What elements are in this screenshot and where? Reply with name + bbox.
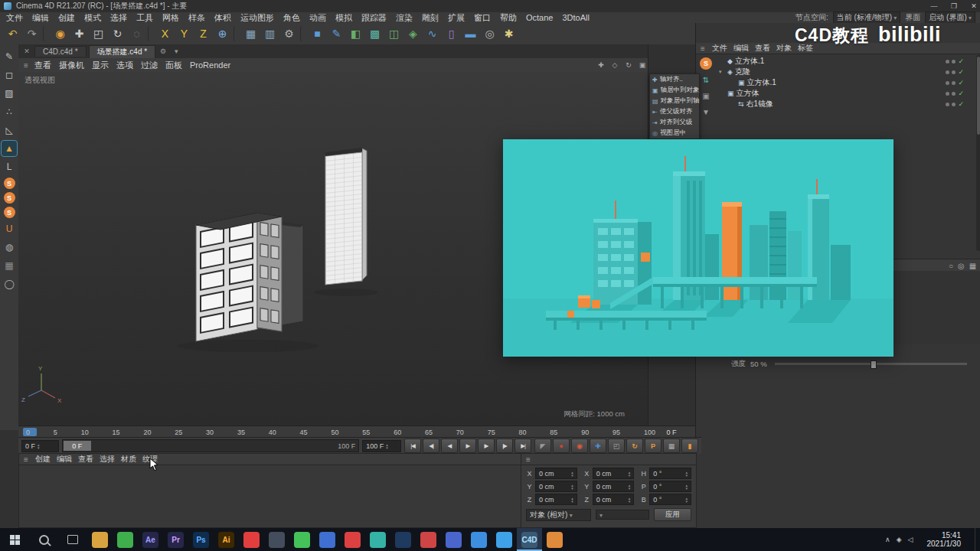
app-indigo[interactable] <box>441 528 466 551</box>
floor-icon[interactable]: ▬ <box>461 24 480 44</box>
menu-item[interactable]: 窗口 <box>469 12 495 24</box>
premiere[interactable]: Pr <box>163 528 188 551</box>
light-icon[interactable]: ✱ <box>499 24 518 44</box>
volume-icon[interactable]: ◁ <box>908 536 913 543</box>
viewport-menu-item[interactable]: 选项 <box>113 60 137 71</box>
viewport-menu-item[interactable]: 查看 <box>31 60 55 71</box>
s-badge-icon[interactable]: S <box>700 57 712 70</box>
render-dot-icon[interactable] <box>952 92 956 96</box>
network-icon[interactable]: ◈ <box>897 536 902 543</box>
menu-item[interactable]: 创建 <box>54 12 80 24</box>
down-arrow-icon[interactable]: ▼ <box>700 106 712 118</box>
viewport-menu-item[interactable]: 显示 <box>88 60 113 71</box>
simulate-icon[interactable]: ◫ <box>384 24 403 44</box>
app-blue[interactable] <box>315 528 340 551</box>
object-row-cloner[interactable]: ▾ ◈ 克隆 ✓ <box>716 67 975 77</box>
visibility-dot-icon[interactable] <box>946 70 949 74</box>
keyframe-selection-button[interactable]: ▮ <box>681 439 698 453</box>
maximize-button[interactable]: ❐ <box>944 2 964 10</box>
close-tab-icon[interactable]: ✕ <box>21 47 32 55</box>
menu-item[interactable]: 文件 <box>2 12 28 24</box>
spinner-icon[interactable] <box>629 484 631 490</box>
object-row-toggles[interactable]: ✓ <box>946 68 975 76</box>
spline-pen-icon[interactable]: ✎ <box>327 24 346 44</box>
tab-menu-icon[interactable]: ▾ <box>171 47 181 55</box>
enabled-check-icon[interactable]: ✓ <box>958 100 964 108</box>
spinner-icon[interactable] <box>571 497 573 503</box>
object-row-toggles[interactable]: ✓ <box>946 90 975 97</box>
rotation-h-field[interactable]: 0 ° <box>649 468 691 479</box>
play-button[interactable]: ▶ <box>459 439 476 453</box>
power-slider-handle[interactable]: 0 F <box>64 441 91 451</box>
menu-item[interactable]: 动画 <box>305 12 331 24</box>
coordinate-system-icon[interactable]: ⊕ <box>213 24 232 44</box>
menu-item[interactable]: 体积 <box>210 12 236 24</box>
material-menu-item[interactable]: 编辑 <box>54 454 75 465</box>
toggle-view-icon[interactable]: ▣ <box>637 60 648 70</box>
object-row-toggles[interactable]: ✓ <box>946 100 975 108</box>
polygon-mode-icon[interactable]: ▲ <box>2 141 17 156</box>
render-dot-icon[interactable] <box>952 70 956 74</box>
panel-hamburger-icon[interactable]: ≡ <box>21 455 31 464</box>
folder-orange[interactable] <box>542 528 567 551</box>
tab-settings-icon[interactable]: ⚙ <box>158 47 168 55</box>
separator[interactable] <box>43 26 49 41</box>
object-manager-menu-item[interactable]: 文件 <box>709 43 730 54</box>
wechat[interactable] <box>289 528 315 551</box>
file-explorer[interactable] <box>87 528 113 551</box>
separator[interactable] <box>300 26 306 41</box>
edge-mode-icon[interactable]: ◺ <box>2 122 17 138</box>
undo-icon[interactable]: ↶ <box>3 24 22 44</box>
enabled-check-icon[interactable]: ✓ <box>958 57 964 65</box>
viewport-menu-item[interactable]: 摄像机 <box>55 60 88 71</box>
menu-item[interactable]: 工具 <box>132 12 158 24</box>
position-z-field[interactable]: 0 cm <box>535 494 577 505</box>
steam[interactable] <box>390 528 416 551</box>
viewport-menu-item[interactable]: ProRender <box>186 60 234 70</box>
qq[interactable] <box>239 528 264 551</box>
rotate-tool-icon[interactable]: ↻ <box>108 24 127 44</box>
next-key-button[interactable]: |▶ <box>496 439 513 453</box>
goto-end-button[interactable]: ▶| <box>514 439 531 453</box>
redo-icon[interactable]: ↷ <box>22 24 41 44</box>
object-manager-scrollbar[interactable] <box>976 55 980 251</box>
edge-browser[interactable] <box>492 528 517 551</box>
render-dot-icon[interactable] <box>952 103 956 106</box>
primitive-cube-icon[interactable]: ■ <box>308 24 327 44</box>
spinner-icon[interactable] <box>629 471 631 477</box>
grid-icon[interactable]: ▦ <box>969 262 976 270</box>
panel-hamburger-icon[interactable]: ≡ <box>21 61 31 70</box>
spinner-icon[interactable] <box>686 471 688 477</box>
object-manager-menu-item[interactable]: 编辑 <box>730 43 752 54</box>
illustrator[interactable]: Ai <box>214 528 239 551</box>
position-y-field[interactable]: 0 cm <box>535 481 577 492</box>
show-desktop-button[interactable] <box>975 528 980 551</box>
minimize-button[interactable]: — <box>924 2 944 10</box>
tab-c4d[interactable]: C4D.c4d * <box>34 46 87 57</box>
subdivision-surface-icon[interactable]: ◧ <box>346 24 365 44</box>
scale-tool-icon[interactable]: ◰ <box>89 24 108 44</box>
next-frame-button[interactable]: ▶ <box>478 439 495 453</box>
menu-item[interactable]: Octane <box>521 13 557 22</box>
power-slider[interactable]: 0 F 100 F <box>62 439 359 452</box>
zoom-view-icon[interactable]: ◇ <box>609 60 620 70</box>
move-tool-icon[interactable]: ✚ <box>70 24 89 44</box>
menu-item-axis-align[interactable]: ✚ 轴对齐.. <box>650 74 699 85</box>
deformer-icon[interactable]: ▯ <box>442 24 461 44</box>
object-row-cube1[interactable]: ◆ 立方体.1 ✓ <box>716 56 975 67</box>
axis-mode-icon[interactable]: L <box>2 159 17 174</box>
slider-knob[interactable] <box>871 360 877 369</box>
search-button[interactable] <box>29 528 58 551</box>
viewport-menu-item[interactable]: 面板 <box>162 60 186 71</box>
visibility-dot-icon[interactable] <box>946 103 949 106</box>
spinner-icon[interactable] <box>38 443 40 449</box>
photoshop[interactable]: Ps <box>188 528 214 551</box>
menu-item[interactable]: 运动图形 <box>236 12 279 24</box>
panel-hamburger-icon[interactable]: ≡ <box>524 455 533 464</box>
start-button[interactable] <box>0 528 29 551</box>
spinner-icon[interactable] <box>686 484 688 490</box>
end-frame-field[interactable]: 100 F <box>362 440 401 452</box>
render-settings-icon[interactable]: ⚙ <box>279 24 299 44</box>
render-picture-viewer-icon[interactable]: ▥ <box>260 24 279 44</box>
menu-item[interactable]: 模式 <box>80 12 106 24</box>
